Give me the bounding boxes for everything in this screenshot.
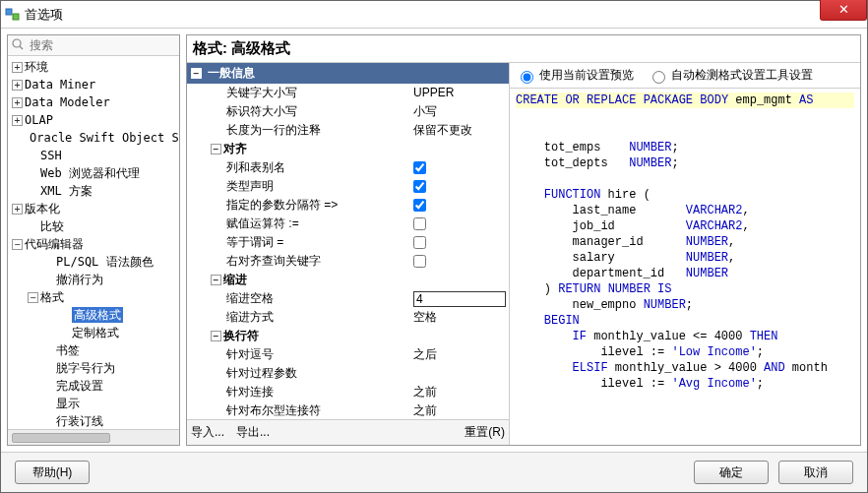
- tree-item-label: OLAP: [25, 112, 53, 128]
- collapse-icon[interactable]: −: [211, 275, 221, 285]
- group-linebreak-label: 换行符: [223, 328, 259, 344]
- expand-icon[interactable]: +: [12, 115, 23, 126]
- tree-spacer: [43, 275, 54, 285]
- checkbox-assign-op[interactable]: [413, 217, 426, 230]
- tree-item-label: 书签: [56, 342, 80, 358]
- close-button[interactable]: ✕: [820, 0, 867, 21]
- tree-item-label: 完成设置: [56, 378, 103, 394]
- tree-item-label: Data Modeler: [25, 94, 110, 110]
- row-type-decl: 类型声明: [226, 178, 274, 195]
- value-concat-break[interactable]: 之前: [413, 384, 437, 401]
- tree-item[interactable]: 脱字号行为: [8, 359, 179, 377]
- cancel-button[interactable]: 取消: [778, 461, 853, 484]
- tree-item[interactable]: 高级格式: [8, 306, 179, 324]
- value-indent-mode[interactable]: 空格: [413, 309, 437, 326]
- radio-auto-detect[interactable]: 自动检测格式设置工具设置: [648, 67, 813, 84]
- tree-item[interactable]: 完成设置: [8, 377, 179, 395]
- import-button[interactable]: 导入...: [191, 424, 224, 441]
- tree-item-label: 定制格式: [72, 325, 119, 340]
- tree-spacer: [28, 151, 38, 161]
- tree-item[interactable]: 比较: [8, 217, 179, 235]
- tree-item-label: SSH: [40, 148, 62, 163]
- tree-item[interactable]: +Data Miner: [8, 76, 179, 93]
- tree-item[interactable]: 撤消行为: [8, 271, 179, 288]
- tree-item[interactable]: Oracle Swift Object St: [8, 129, 179, 147]
- tree-item[interactable]: +版本化: [8, 200, 179, 217]
- value-bool-concat-break[interactable]: 之前: [413, 402, 437, 419]
- svg-rect-0: [6, 9, 12, 15]
- row-indent-spaces: 缩进空格: [226, 290, 274, 307]
- checkbox-equal-pred[interactable]: [413, 236, 426, 249]
- tree-item-label: 环境: [25, 59, 48, 75]
- tree-item[interactable]: PL/SQL 语法颜色: [8, 253, 179, 271]
- collapse-icon[interactable]: −: [28, 292, 38, 303]
- category-tree[interactable]: +环境+Data Miner+Data Modeler+OLAPOracle S…: [8, 56, 179, 429]
- tree-spacer: [43, 257, 54, 268]
- tree-item-label: 显示: [56, 396, 80, 411]
- expand-icon[interactable]: +: [12, 62, 23, 73]
- row-equal-pred: 等于谓词 =: [226, 234, 283, 251]
- help-button[interactable]: 帮助(H): [15, 461, 90, 484]
- tree-item[interactable]: SSH: [8, 147, 179, 164]
- close-icon: ✕: [838, 2, 849, 17]
- tree-item-label: 代码编辑器: [25, 236, 84, 252]
- tree-item[interactable]: +Data Modeler: [8, 93, 179, 111]
- tree-item[interactable]: −代码编辑器: [8, 235, 179, 253]
- tree-item[interactable]: 定制格式: [8, 324, 179, 341]
- search-icon: [12, 38, 24, 53]
- value-identifier-case[interactable]: 小写: [413, 103, 437, 120]
- tree-spacer: [59, 328, 70, 339]
- tree-item[interactable]: +OLAP: [8, 111, 179, 129]
- tree-item-label: Data Miner: [25, 77, 95, 92]
- tree-spacer: [28, 221, 38, 232]
- value-comment-width[interactable]: 保留不更改: [413, 122, 472, 139]
- reset-button[interactable]: 重置(R): [465, 424, 505, 441]
- tree-item[interactable]: Web 浏览器和代理: [8, 164, 179, 182]
- expand-icon[interactable]: +: [12, 204, 23, 215]
- tree-item-label: XML 方案: [40, 183, 93, 199]
- tree-item[interactable]: XML 方案: [8, 182, 179, 200]
- svg-line-3: [20, 46, 23, 49]
- tree-item-label: 撤消行为: [56, 272, 103, 287]
- tree-item-label: 脱字号行为: [56, 360, 115, 376]
- expand-icon[interactable]: +: [12, 97, 23, 108]
- checkbox-named-arg-sep[interactable]: [413, 199, 426, 212]
- checkbox-type-decl[interactable]: [413, 180, 426, 193]
- export-button[interactable]: 导出...: [236, 424, 270, 441]
- expand-icon[interactable]: +: [12, 80, 23, 91]
- value-comma-break[interactable]: 之后: [413, 346, 437, 363]
- tree-item-label: 比较: [40, 218, 64, 234]
- code-preview[interactable]: CREATE OR REPLACE PACKAGE BODY emp_mgmt …: [510, 89, 860, 445]
- checkbox-right-align-kw[interactable]: [413, 255, 426, 268]
- collapse-icon[interactable]: −: [12, 239, 23, 250]
- svg-rect-1: [13, 14, 19, 20]
- tree-item-label: 版本化: [25, 201, 60, 216]
- row-right-align-kw: 右对齐查询关键字: [226, 253, 321, 270]
- tree-item[interactable]: 显示: [8, 395, 179, 412]
- tree-item[interactable]: 行装订线: [8, 412, 179, 429]
- row-assign-op: 赋值运算符 :=: [226, 216, 299, 232]
- tree-item-label: 格式: [40, 289, 64, 305]
- input-indent-spaces[interactable]: [413, 291, 506, 307]
- collapse-icon[interactable]: −: [211, 144, 221, 154]
- row-bool-concat-break: 针对布尔型连接符: [226, 402, 321, 419]
- group-general[interactable]: − 一般信息: [187, 63, 509, 84]
- search-input[interactable]: [28, 37, 179, 53]
- tree-item[interactable]: 书签: [8, 341, 179, 359]
- row-named-arg-sep: 指定的参数分隔符 =>: [226, 197, 338, 214]
- checkbox-col-table-alias[interactable]: [413, 161, 426, 174]
- tree-hscrollbar[interactable]: [8, 429, 179, 445]
- radio-use-current[interactable]: 使用当前设置预览: [516, 67, 634, 84]
- radio-use-current-label: 使用当前设置预览: [539, 67, 634, 84]
- value-keyword-case[interactable]: UPPER: [413, 85, 454, 101]
- collapse-icon: −: [191, 68, 202, 79]
- row-proc-param-break: 针对过程参数: [226, 365, 297, 382]
- collapse-icon[interactable]: −: [211, 331, 221, 341]
- row-comma-break: 针对逗号: [226, 346, 274, 363]
- tree-item-label: PL/SQL 语法颜色: [56, 254, 154, 270]
- group-indent-label: 缩进: [223, 272, 247, 288]
- tree-item[interactable]: −格式: [8, 288, 179, 306]
- ok-button[interactable]: 确定: [694, 461, 769, 484]
- row-identifier-case: 标识符大小写: [226, 103, 297, 120]
- tree-item[interactable]: +环境: [8, 58, 179, 76]
